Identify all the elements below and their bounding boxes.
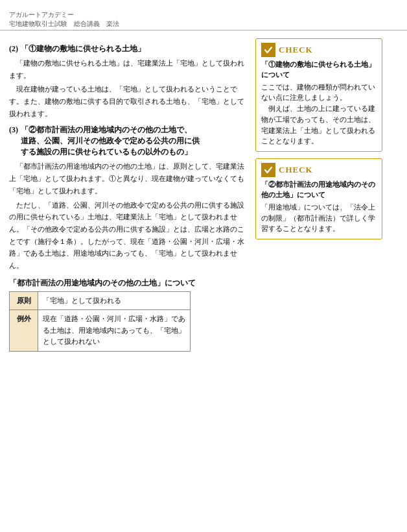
table-heading: 「都市計画法の用途地域内のその他の土地」について (9, 278, 248, 288)
table-section: 「都市計画法の用途地域内のその他の土地」について 原則 「宅地」として扱われる … (9, 278, 248, 352)
table-value-gensoku: 「宅地」として扱われる (38, 291, 191, 310)
check-1-para2: 例えば、土地の上に建っている建物が工場であっても、その土地は、宅建業法上「土地」… (261, 104, 377, 147)
school-name: アガルートアカデミー (9, 10, 398, 19)
summary-table: 原則 「宅地」として扱われる 例外 現在「道路・公園・河川・広場・水路」である土… (9, 291, 191, 352)
header: アガルートアカデミー 宅地建物取引士試験 総合講義 楽法 (0, 6, 407, 30)
page: アガルートアカデミー 宅地建物取引士試験 総合講義 楽法 (2) 「①建物の敷地… (0, 0, 407, 532)
check-1-header: CHECK (261, 43, 377, 57)
section-3-num: (3) (9, 125, 18, 135)
table-label-reigai: 例外 (10, 310, 38, 352)
check-1-para1: ここでは、建物の種類が問われていない点に注意しましょう。 (261, 82, 377, 104)
exam-name: 宅地建物取引士試験 総合講義 楽法 (9, 19, 398, 29)
table-value-reigai: 現在「道路・公園・河川・広場・水路」である土地は、用途地域内にあっても、「宅地」… (38, 310, 191, 352)
table-label-gensoku: 原則 (10, 291, 38, 310)
content-area: (2) 「①建物の敷地に供せられる土地」 「建物の敷地に供せられる土地」は、宅建… (0, 33, 407, 357)
check-2-subtitle: 「②都市計画法の用途地域内のその他の土地」について (261, 180, 377, 200)
section-3: (3) 「②都市計画法の用途地域内のその他の土地で、 道路、公園、河川その他政令… (9, 125, 248, 271)
check-box-2: CHECK 「②都市計画法の用途地域内のその他の土地」について 「用途地域」につ… (255, 158, 382, 239)
check-2-icon (261, 163, 275, 177)
section-2-title: 「①建物の敷地に供せられる土地」 (21, 43, 145, 54)
check-2-header: CHECK (261, 163, 377, 177)
section-3-heading: (3) 「②都市計画法の用途地域内のその他の土地で、 道路、公園、河川その他政令… (9, 125, 248, 158)
check-1-icon (261, 43, 275, 57)
check-2-para1: 「用途地域」については、「法令上の制限」（都市計画法）で詳しく学習することとなり… (261, 202, 377, 235)
section-2-heading: (2) 「①建物の敷地に供せられる土地」 (9, 43, 248, 54)
sidebar: CHECK 「①建物の敷地に供せられる土地」について ここでは、建物の種類が問わ… (253, 36, 389, 354)
section-3-para1: 「都市計画法の用途地域内のその他の土地」は、原則として、宅建業法上「宅地」として… (9, 160, 248, 197)
section-2: (2) 「①建物の敷地に供せられる土地」 「建物の敷地に供せられる土地」は、宅建… (9, 43, 248, 119)
check-1-label: CHECK (279, 45, 313, 55)
section-3-title: 「②都市計画法の用途地域内のその他の土地で、 道路、公園、河川その他政令で定める… (21, 125, 200, 158)
section-2-para2: 現在建物が建っている土地は、「宅地」として扱われるということです。また、建物の敷… (9, 83, 248, 119)
section-2-num: (2) (9, 44, 18, 54)
check-box-1: CHECK 「①建物の敷地に供せられる土地」について ここでは、建物の種類が問わ… (255, 38, 382, 152)
main-content: (2) 「①建物の敷地に供せられる土地」 「建物の敷地に供せられる土地」は、宅建… (0, 36, 253, 354)
check-2-label: CHECK (279, 165, 313, 175)
check-1-subtitle: 「①建物の敷地に供せられる土地」について (261, 60, 377, 80)
section-2-para1: 「建物の敷地に供せられる土地」は、宅建業法上「宅地」として扱われます。 (9, 57, 248, 81)
section-3-para2: ただし、「道路、公園、河川その他政令で定める公共の用に供する施設の用に供せられて… (9, 199, 248, 272)
table-row-gensoku: 原則 「宅地」として扱われる (10, 291, 191, 310)
table-row-reigai: 例外 現在「道路・公園・河川・広場・水路」である土地は、用途地域内にあっても、「… (10, 310, 191, 352)
